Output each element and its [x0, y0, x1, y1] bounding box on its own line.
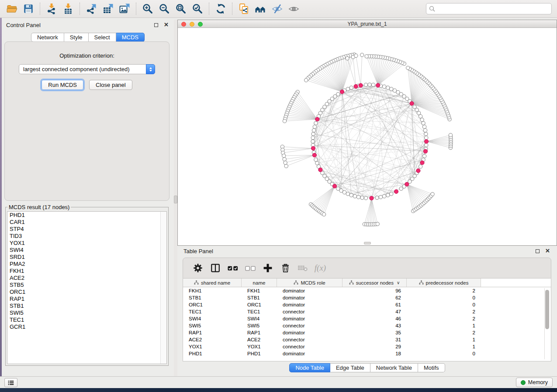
column-header-predecessor-nodes[interactable]: predecessor nodes	[407, 279, 481, 287]
table-row[interactable]: STB1STB1dominator620	[183, 294, 551, 301]
export-network-button[interactable]	[83, 2, 100, 16]
cell-successor-nodes[interactable]: 31	[343, 337, 407, 342]
list-item[interactable]: STP4	[7, 226, 166, 233]
cell-mcds-role[interactable]: dominator	[277, 288, 343, 293]
list-item[interactable]: SWI4	[7, 247, 166, 254]
cell-successor-nodes[interactable]: 43	[343, 323, 407, 328]
hide-selected-button[interactable]	[269, 2, 285, 16]
function-builder-button[interactable]: f(x)	[311, 261, 329, 275]
cell-successor-nodes[interactable]: 47	[343, 309, 407, 314]
cell-shared-name[interactable]: SWI5	[183, 323, 242, 328]
open-file-button[interactable]	[3, 2, 20, 16]
select-all-check-button[interactable]	[224, 261, 242, 275]
close-panel-icon[interactable]: ✕	[545, 249, 550, 253]
cell-successor-nodes[interactable]: 35	[343, 330, 407, 335]
horizontal-splitter-handle[interactable]	[364, 242, 371, 244]
list-item[interactable]: SWI5	[7, 309, 166, 316]
cell-mcds-role[interactable]: dominator	[277, 295, 343, 300]
cell-successor-nodes[interactable]: 61	[343, 302, 407, 307]
export-image-button[interactable]	[116, 2, 133, 16]
show-all-button[interactable]	[285, 2, 302, 16]
cell-shared-name[interactable]: ORC1	[183, 302, 242, 307]
zoom-selected-button[interactable]	[189, 2, 206, 16]
column-header-successor-nodes[interactable]: successor nodes ∨	[343, 279, 407, 287]
cell-shared-name[interactable]: FKH1	[183, 288, 242, 293]
cell-mcds-role[interactable]: dominator	[277, 316, 343, 321]
cell-name[interactable]: FKH1	[242, 288, 277, 293]
table-row[interactable]: PHD1PHD1dominator180	[183, 350, 551, 357]
list-item[interactable]: PMA2	[7, 261, 166, 268]
column-layout-button[interactable]	[207, 261, 224, 275]
cell-shared-name[interactable]: TEC1	[183, 309, 242, 314]
table-row[interactable]: YOX1YOX1connector291	[183, 343, 551, 350]
float-panel-icon[interactable]	[536, 249, 540, 253]
cell-name[interactable]: SWI5	[242, 323, 277, 328]
search-input[interactable]	[426, 3, 552, 14]
tab-node-table[interactable]: Node Table	[289, 363, 330, 372]
deselect-all-button[interactable]	[242, 261, 259, 275]
delete-column-button[interactable]	[277, 261, 294, 275]
cell-successor-nodes[interactable]: 62	[343, 295, 407, 300]
zoom-fit-button[interactable]	[173, 2, 189, 16]
cell-successor-nodes[interactable]: 29	[343, 344, 407, 349]
cell-predecessor-nodes[interactable]: 1	[407, 323, 481, 328]
table-row[interactable]: ACE2ACE2connector311	[183, 336, 551, 343]
list-item[interactable]: ORC1	[7, 289, 166, 296]
cell-mcds-role[interactable]: connector	[277, 309, 343, 314]
cell-name[interactable]: ORC1	[242, 302, 277, 307]
cell-name[interactable]: YOX1	[242, 344, 277, 349]
cell-predecessor-nodes[interactable]: 2	[407, 288, 481, 293]
cell-mcds-role[interactable]: connector	[277, 337, 343, 342]
clone-network-button[interactable]	[235, 2, 252, 16]
cell-shared-name[interactable]: STB1	[183, 295, 242, 300]
cell-name[interactable]: STB1	[242, 295, 277, 300]
cell-name[interactable]: SWI4	[242, 316, 277, 321]
show-console-button[interactable]	[4, 378, 17, 387]
network-window-titlebar[interactable]: YPA_prune.txt_1	[178, 20, 557, 28]
cell-successor-nodes[interactable]: 18	[343, 351, 407, 356]
list-item[interactable]: TEC1	[7, 316, 166, 323]
network-graph[interactable]	[178, 28, 557, 245]
list-item[interactable]: TID3	[7, 233, 166, 240]
minimize-window-icon[interactable]	[190, 22, 194, 27]
close-window-icon[interactable]	[181, 22, 186, 27]
first-neighbors-button[interactable]	[252, 2, 269, 16]
splitter-handle[interactable]	[174, 196, 177, 203]
cell-predecessor-nodes[interactable]: 2	[407, 330, 481, 335]
table-row[interactable]: ORC1ORC1dominator610	[183, 301, 551, 308]
cell-predecessor-nodes[interactable]: 0	[407, 302, 481, 307]
memory-button[interactable]: Memory	[516, 378, 553, 387]
import-table-button[interactable]	[60, 2, 76, 16]
scrollbar-thumb[interactable]	[545, 290, 549, 329]
tab-motifs[interactable]: Motifs	[418, 363, 445, 372]
run-mcds-button[interactable]: Run MCDS	[42, 80, 83, 90]
list-scrollbar[interactable]	[160, 212, 166, 364]
column-header-shared-name[interactable]: shared name	[183, 279, 242, 287]
cell-name[interactable]: RAP1	[242, 330, 277, 335]
add-column-button[interactable]	[259, 261, 277, 275]
maximize-window-icon[interactable]	[198, 22, 203, 27]
tab-edge-table[interactable]: Edge Table	[330, 363, 370, 372]
cell-shared-name[interactable]: PHD1	[183, 351, 242, 356]
cell-predecessor-nodes[interactable]: 1	[407, 344, 481, 349]
cell-mcds-role[interactable]: connector	[277, 344, 343, 349]
cell-shared-name[interactable]: YOX1	[183, 344, 242, 349]
cell-shared-name[interactable]: SWI4	[183, 316, 242, 321]
cell-successor-nodes[interactable]: 46	[343, 316, 407, 321]
tab-style[interactable]: Style	[64, 33, 89, 42]
close-panel-button[interactable]: Close panel	[89, 80, 132, 90]
cell-predecessor-nodes[interactable]: 2	[407, 316, 481, 321]
table-row[interactable]: SWI4SWI4dominator462	[183, 315, 551, 322]
list-item[interactable]: SRD1	[7, 254, 166, 261]
table-row[interactable]: FKH1FKH1dominator962	[183, 287, 551, 294]
cell-mcds-role[interactable]: connector	[277, 323, 343, 328]
list-item[interactable]: STB1	[7, 303, 166, 309]
tab-network[interactable]: Network	[31, 33, 64, 42]
list-item[interactable]: FKH1	[7, 268, 166, 275]
list-item[interactable]: ACE2	[7, 275, 166, 282]
tab-select[interactable]: Select	[89, 33, 116, 42]
cell-mcds-role[interactable]: dominator	[277, 330, 343, 335]
network-canvas[interactable]	[178, 28, 557, 245]
table-scrollbar[interactable]	[544, 288, 550, 359]
table-settings-button[interactable]	[189, 261, 207, 275]
